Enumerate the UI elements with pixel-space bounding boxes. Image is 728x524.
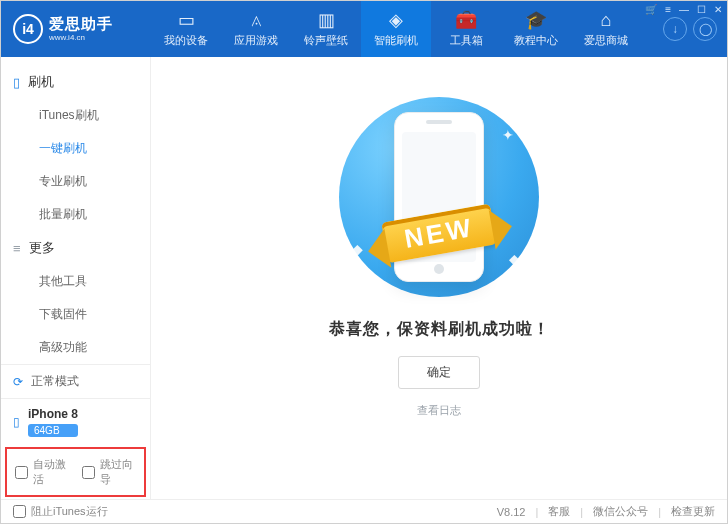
- update-link[interactable]: 检查更新: [671, 504, 715, 519]
- sidebar-item-batch[interactable]: 批量刷机: [1, 198, 150, 231]
- brand-url: www.i4.cn: [49, 33, 113, 43]
- sidebar-section-more[interactable]: ≡ 更多: [1, 231, 150, 265]
- wechat-link[interactable]: 微信公众号: [593, 504, 648, 519]
- block-itunes-checkbox[interactable]: 阻止iTunes运行: [13, 504, 108, 519]
- content: ✦ ✦ ◆ ◆ NEW 恭喜您，保资料刷机成功啦！ 确定 查看日志: [151, 57, 727, 499]
- footer: 阻止iTunes运行 V8.12| 客服| 微信公众号| 检查更新: [1, 499, 727, 523]
- brand: i4 爱思助手 www.i4.cn: [1, 14, 151, 44]
- nav: ▭我的设备 ⟑应用游戏 ▥铃声壁纸 ◈智能刷机 🧰工具箱 🎓教程中心 ⌂爱思商城: [151, 1, 663, 57]
- mode-icon: ⟳: [13, 375, 23, 389]
- nav-apps[interactable]: ⟑应用游戏: [221, 1, 291, 57]
- flash-icon: ◈: [389, 11, 403, 29]
- nav-flash[interactable]: ◈智能刷机: [361, 1, 431, 57]
- nav-mall[interactable]: ⌂爱思商城: [571, 1, 641, 57]
- sidebar-item-firmware[interactable]: 下载固件: [1, 298, 150, 331]
- nav-guide[interactable]: 🎓教程中心: [501, 1, 571, 57]
- sidebar-item-other[interactable]: 其他工具: [1, 265, 150, 298]
- more-icon: ≡: [13, 241, 21, 256]
- user-icon[interactable]: ◯: [693, 17, 717, 41]
- apps-icon: ⟑: [251, 11, 262, 29]
- device-icon: ▯: [13, 415, 20, 429]
- sidebar-item-oneclick[interactable]: 一键刷机: [1, 132, 150, 165]
- toolbox-icon: 🧰: [455, 11, 477, 29]
- topbar: i4 爱思助手 www.i4.cn ▭我的设备 ⟑应用游戏 ▥铃声壁纸 ◈智能刷…: [1, 1, 727, 57]
- service-link[interactable]: 客服: [548, 504, 570, 519]
- max-icon[interactable]: ☐: [697, 4, 706, 15]
- sidebar-bottom: ⟳ 正常模式 ▯ iPhone 8 64GB 自动激活 跳过向导: [1, 364, 150, 499]
- option-row: 自动激活 跳过向导: [5, 447, 146, 497]
- menu-icon[interactable]: ≡: [665, 4, 671, 15]
- sidebar-item-pro[interactable]: 专业刷机: [1, 165, 150, 198]
- sidebar-item-itunes[interactable]: iTunes刷机: [1, 99, 150, 132]
- close-icon[interactable]: ✕: [714, 4, 722, 15]
- brand-logo-icon: i4: [13, 14, 43, 44]
- min-icon[interactable]: —: [679, 4, 689, 15]
- brand-name: 爱思助手: [49, 15, 113, 33]
- cart-icon[interactable]: 🛒: [645, 4, 657, 15]
- view-log-link[interactable]: 查看日志: [417, 403, 461, 418]
- nav-rings[interactable]: ▥铃声壁纸: [291, 1, 361, 57]
- device-name: iPhone 8: [28, 407, 78, 421]
- skip-guide-checkbox[interactable]: 跳过向导: [82, 457, 137, 487]
- device-info[interactable]: ▯ iPhone 8 64GB: [1, 399, 150, 445]
- nav-tools[interactable]: 🧰工具箱: [431, 1, 501, 57]
- success-message: 恭喜您，保资料刷机成功啦！: [329, 319, 550, 340]
- download-icon[interactable]: ↓: [663, 17, 687, 41]
- device-mode[interactable]: ⟳ 正常模式: [1, 365, 150, 399]
- sidebar-item-advanced[interactable]: 高级功能: [1, 331, 150, 364]
- phone-icon: ▯: [13, 75, 20, 90]
- storage-badge: 64GB: [28, 424, 78, 437]
- sidebar-section-flash[interactable]: ▯ 刷机: [1, 65, 150, 99]
- success-illustration: ✦ ✦ ◆ ◆ NEW: [324, 97, 554, 297]
- top-actions: ↓ ◯: [663, 17, 727, 41]
- wallpaper-icon: ▥: [318, 11, 335, 29]
- guide-icon: 🎓: [525, 11, 547, 29]
- sidebar: ▯ 刷机 iTunes刷机 一键刷机 专业刷机 批量刷机 ≡ 更多 其他工具 下…: [1, 57, 151, 499]
- nav-device[interactable]: ▭我的设备: [151, 1, 221, 57]
- auto-activate-checkbox[interactable]: 自动激活: [15, 457, 70, 487]
- version-label: V8.12: [497, 506, 526, 518]
- device-icon: ▭: [178, 11, 195, 29]
- mall-icon: ⌂: [601, 11, 612, 29]
- ok-button[interactable]: 确定: [398, 356, 480, 389]
